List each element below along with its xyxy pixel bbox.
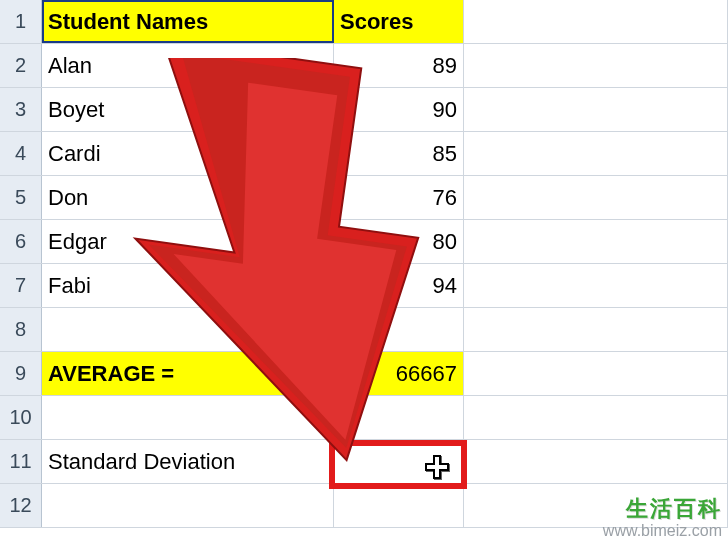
cell-a5-name[interactable]: Don — [42, 176, 334, 219]
row-8: 8 — [0, 308, 728, 352]
cell-c4[interactable] — [464, 132, 728, 175]
row-number[interactable]: 2 — [0, 44, 42, 87]
cell-b11-stddev-value[interactable] — [334, 440, 464, 483]
row-number[interactable]: 8 — [0, 308, 42, 351]
row-6: 6 Edgar 80 — [0, 220, 728, 264]
cell-b3-score[interactable]: 90 — [334, 88, 464, 131]
cell-b2-score[interactable]: 89 — [334, 44, 464, 87]
row-number[interactable]: 3 — [0, 88, 42, 131]
cell-c10[interactable] — [464, 396, 728, 439]
row-number[interactable]: 11 — [0, 440, 42, 483]
cell-a4-name[interactable]: Cardi — [42, 132, 334, 175]
cell-b6-score[interactable]: 80 — [334, 220, 464, 263]
cell-b8[interactable] — [334, 308, 464, 351]
cell-a3-name[interactable]: Boyet — [42, 88, 334, 131]
row-7: 7 Fabi 94 — [0, 264, 728, 308]
cell-c7[interactable] — [464, 264, 728, 307]
spreadsheet: 1 Student Names Scores 2 Alan 89 3 Boyet… — [0, 0, 728, 546]
row-2: 2 Alan 89 — [0, 44, 728, 88]
cell-b9-average-value[interactable]: 66667 — [334, 352, 464, 395]
cell-a12[interactable] — [42, 484, 334, 527]
row-5: 5 Don 76 — [0, 176, 728, 220]
cell-a1-header[interactable]: Student Names — [42, 0, 334, 43]
row-number[interactable]: 6 — [0, 220, 42, 263]
cell-a7-name[interactable]: Fabi — [42, 264, 334, 307]
cell-c2[interactable] — [464, 44, 728, 87]
cell-c1[interactable] — [464, 0, 728, 43]
cell-c8[interactable] — [464, 308, 728, 351]
cell-c9[interactable] — [464, 352, 728, 395]
row-9: 9 AVERAGE = 66667 — [0, 352, 728, 396]
row-number[interactable]: 10 — [0, 396, 42, 439]
row-number[interactable]: 1 — [0, 0, 42, 43]
cell-b4-score[interactable]: 85 — [334, 132, 464, 175]
cell-a10[interactable] — [42, 396, 334, 439]
cell-b10[interactable] — [334, 396, 464, 439]
cell-b1-header[interactable]: Scores — [334, 0, 464, 43]
cell-c12[interactable] — [464, 484, 728, 527]
row-1: 1 Student Names Scores — [0, 0, 728, 44]
cell-b7-score[interactable]: 94 — [334, 264, 464, 307]
cell-b5-score[interactable]: 76 — [334, 176, 464, 219]
row-number[interactable]: 7 — [0, 264, 42, 307]
cell-c11[interactable] — [464, 440, 728, 483]
row-number[interactable]: 12 — [0, 484, 42, 527]
row-number[interactable]: 5 — [0, 176, 42, 219]
row-4: 4 Cardi 85 — [0, 132, 728, 176]
cell-c5[interactable] — [464, 176, 728, 219]
cell-c6[interactable] — [464, 220, 728, 263]
row-12: 12 — [0, 484, 728, 528]
cell-a11-stddev-label[interactable]: Standard Deviation — [42, 440, 334, 483]
row-10: 10 — [0, 396, 728, 440]
cell-a9-average-label[interactable]: AVERAGE = — [42, 352, 334, 395]
row-11: 11 Standard Deviation — [0, 440, 728, 484]
row-number[interactable]: 9 — [0, 352, 42, 395]
cell-b12[interactable] — [334, 484, 464, 527]
cell-c3[interactable] — [464, 88, 728, 131]
row-3: 3 Boyet 90 — [0, 88, 728, 132]
row-number[interactable]: 4 — [0, 132, 42, 175]
cell-a2-name[interactable]: Alan — [42, 44, 334, 87]
cell-a6-name[interactable]: Edgar — [42, 220, 334, 263]
cell-a8[interactable] — [42, 308, 334, 351]
